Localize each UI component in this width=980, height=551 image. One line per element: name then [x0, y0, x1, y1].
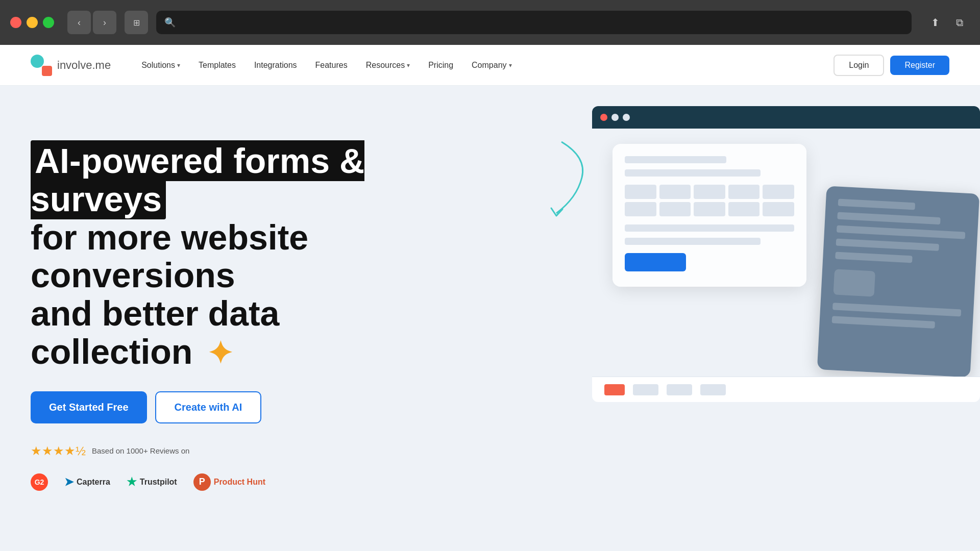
form-field	[625, 238, 761, 245]
capterra-logo[interactable]: ➤ Capterra	[64, 475, 110, 489]
hero-title: AI-powered forms & surveys for more webs…	[31, 142, 439, 371]
trustpilot-logo[interactable]: ★ Trustpilot	[127, 475, 177, 489]
hero-visual	[561, 106, 980, 438]
traffic-lights	[10, 17, 54, 28]
tool-button	[667, 384, 692, 395]
reviews-section: ★★★★½ Based on 1000+ Reviews on	[31, 444, 439, 458]
logo-icon	[31, 55, 52, 76]
traffic-light-red[interactable]	[10, 17, 21, 28]
grid-cell	[694, 202, 725, 216]
g2-badge-icon: G2	[31, 473, 48, 491]
form-field	[625, 156, 726, 163]
mockup-content	[592, 129, 980, 402]
mockup-dot-green	[623, 114, 630, 121]
website: involve.me Solutions ▾ Templates Integra…	[0, 45, 980, 551]
mockup-bottom-bar	[592, 377, 980, 402]
get-started-button[interactable]: Get Started Free	[31, 391, 147, 423]
form-submit-btn	[625, 253, 686, 271]
nav-templates[interactable]: Templates	[199, 61, 236, 70]
logo[interactable]: involve.me	[31, 55, 111, 76]
form-field-dark	[835, 252, 913, 263]
login-button[interactable]: Login	[834, 55, 884, 76]
form-card-2	[817, 186, 979, 377]
nav-pricing[interactable]: Pricing	[428, 61, 453, 70]
form-field	[625, 224, 794, 232]
curved-arrow-svg	[521, 137, 592, 229]
form-field-dark	[837, 212, 940, 225]
mockup-dot-red	[600, 114, 607, 121]
form-field	[625, 169, 761, 177]
nav-solutions[interactable]: Solutions ▾	[141, 61, 180, 70]
share-button[interactable]: ⬆	[925, 12, 945, 33]
form-field-dark	[832, 303, 961, 316]
form-field-dark	[837, 226, 965, 239]
sparkle-icon: ✦	[207, 336, 233, 370]
g2-logo[interactable]: G2	[31, 473, 48, 491]
form-card-1	[612, 144, 806, 287]
logo-text: involve.me	[57, 59, 111, 72]
browser-actions: ⬆ ⧉	[925, 12, 970, 33]
reviews-text: Based on 1000+ Reviews on	[92, 446, 189, 455]
address-bar[interactable]: 🔍	[156, 11, 912, 34]
browser-nav-arrows: ‹ ›	[67, 11, 116, 34]
star-rating: ★★★★½	[31, 444, 86, 458]
producthunt-badge-icon: P	[193, 473, 211, 491]
nav-actions: Login Register	[834, 55, 949, 76]
nav-company[interactable]: Company ▾	[472, 61, 511, 70]
nav-integrations[interactable]: Integrations	[254, 61, 297, 70]
create-with-ai-button[interactable]: Create with AI	[155, 391, 262, 423]
mockup-dot-yellow	[611, 114, 619, 121]
form-field-dark	[836, 239, 939, 252]
grid-cell	[728, 185, 760, 199]
title-highlight: AI-powered forms & surveys	[31, 140, 364, 219]
nav-links: Solutions ▾ Templates Integrations Featu…	[141, 61, 834, 70]
browser-chrome: ‹ › ⊞ 🔍 ⬆ ⧉	[0, 0, 980, 45]
logo-teal-circle	[31, 55, 44, 68]
logo-red-square	[42, 66, 52, 76]
nav-resources[interactable]: Resources ▾	[366, 61, 410, 70]
grid-cell	[728, 202, 760, 216]
hero-buttons: Get Started Free Create with AI	[31, 391, 439, 423]
form-field-dark	[832, 316, 935, 329]
grid-cell	[763, 202, 794, 216]
tabs-button[interactable]: ⧉	[949, 12, 970, 33]
grid-cell	[694, 185, 725, 199]
form-image-placeholder	[833, 269, 875, 296]
navbar: involve.me Solutions ▾ Templates Integra…	[0, 45, 980, 86]
nav-features[interactable]: Features	[315, 61, 348, 70]
form-field-dark	[838, 199, 916, 210]
chevron-down-icon: ▾	[509, 62, 512, 69]
hero-content: AI-powered forms & surveys for more webs…	[31, 127, 439, 491]
chevron-down-icon: ▾	[407, 62, 410, 69]
forward-button[interactable]: ›	[93, 11, 116, 34]
register-button[interactable]: Register	[890, 56, 949, 75]
mockup-browser-bar	[592, 106, 980, 129]
tool-button	[633, 384, 658, 395]
sidebar-button[interactable]: ⊞	[125, 11, 148, 34]
grid-cell	[763, 185, 794, 199]
app-browser-mockup	[592, 106, 980, 402]
producthunt-logo[interactable]: P Product Hunt	[193, 473, 265, 491]
color-button	[604, 384, 625, 395]
back-button[interactable]: ‹	[67, 11, 91, 34]
traffic-light-yellow[interactable]	[27, 17, 38, 28]
grid-cell	[659, 202, 691, 216]
review-logos: G2 ➤ Capterra ★ Trustpilot P Product Hun…	[31, 473, 439, 491]
capterra-arrow-icon: ➤	[64, 475, 74, 489]
grid-cell	[625, 185, 656, 199]
chevron-down-icon: ▾	[177, 62, 180, 69]
grid-cell	[659, 185, 691, 199]
grid-cell	[625, 202, 656, 216]
traffic-light-green[interactable]	[43, 17, 54, 28]
hero-section: AI-powered forms & surveys for more webs…	[0, 86, 980, 551]
tool-button	[700, 384, 726, 395]
search-icon: 🔍	[164, 17, 176, 28]
trustpilot-star-icon: ★	[127, 475, 137, 489]
form-grid	[625, 185, 794, 216]
